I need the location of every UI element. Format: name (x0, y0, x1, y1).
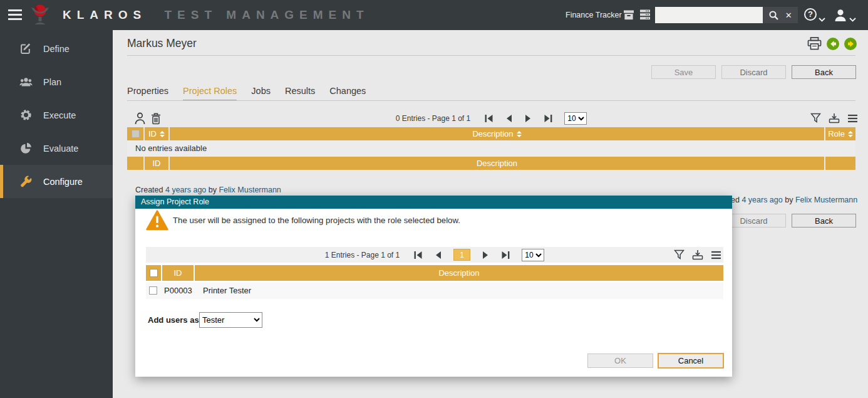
project-row-checkbox[interactable] (149, 286, 157, 295)
empty-table-message: No entries available (127, 140, 855, 156)
forward-icon[interactable] (844, 38, 857, 50)
sidebar-item-execute[interactable]: Execute (0, 98, 113, 132)
assign-project-role-dialog: Assign Project Role The user will be ass… (135, 196, 732, 377)
column-header-role[interactable]: Role (825, 127, 855, 140)
table-menu-icon[interactable] (847, 114, 858, 123)
tab-project-roles[interactable]: Project Roles (183, 86, 237, 101)
filter-icon[interactable] (810, 113, 821, 123)
dialog-message: The user will be assigned to the followi… (173, 216, 460, 225)
tab-properties[interactable]: Properties (127, 86, 168, 101)
dialog-select-all-cell (146, 265, 161, 281)
print-icon[interactable] (807, 37, 822, 50)
plan-icon (19, 77, 33, 87)
sidebar-item-define[interactable]: Define (0, 32, 113, 65)
discard-button[interactable]: Discard (721, 65, 786, 79)
save-button[interactable]: Save (651, 65, 716, 79)
ok-button[interactable]: OK (587, 353, 653, 368)
configure-icon (19, 175, 33, 188)
search-input[interactable] (655, 7, 763, 23)
sidebar-item-configure[interactable]: Configure (0, 165, 113, 198)
sidebar-item-label: Execute (43, 110, 76, 120)
sidebar-item-plan[interactable]: Plan (0, 65, 113, 98)
select-all-cell (127, 127, 143, 140)
footer-description: Description (170, 157, 824, 170)
sort-icon (848, 131, 853, 137)
hamburger-icon[interactable] (8, 9, 22, 20)
filter-icon[interactable] (674, 249, 685, 260)
sidebar-item-evaluate[interactable]: Evaluate (0, 132, 113, 165)
dialog-first-page-icon[interactable] (413, 251, 423, 259)
export-icon[interactable] (829, 113, 840, 123)
updated-meta-fragment: ed 4 years ago by Felix Mustermann (731, 196, 857, 204)
help-icon[interactable]: ? (804, 8, 817, 21)
column-header-id[interactable]: ID (145, 127, 168, 140)
project-row[interactable]: P00003 Printer Tester (146, 282, 723, 299)
dialog-column-header-id[interactable]: ID (162, 265, 194, 281)
search-icon[interactable] (768, 10, 779, 21)
user-icon[interactable] (834, 8, 847, 24)
brand-secondary: TEST MANAGEMENT (165, 8, 369, 21)
dialog-table-header: ID Description (146, 265, 723, 281)
roles-table-footer: ID Description (127, 157, 855, 170)
updated-author-link[interactable]: Felix Mustermann (795, 196, 857, 204)
server-icon[interactable] (639, 9, 651, 23)
dialog-title: Assign Project Role (135, 196, 732, 209)
updated-time-link[interactable]: 4 years ago (741, 196, 782, 204)
warning-icon (146, 210, 168, 233)
sidebar-item-label: Plan (43, 77, 61, 87)
sidebar-item-label: Configure (43, 177, 83, 187)
first-page-icon[interactable] (484, 114, 493, 123)
tab-jobs[interactable]: Jobs (251, 86, 271, 101)
back-icon[interactable] (827, 38, 839, 50)
select-all-checkbox[interactable] (132, 130, 140, 138)
archive-icon[interactable] (623, 10, 634, 23)
dialog-column-header-description[interactable]: Description (195, 265, 723, 281)
project-id: P00003 (164, 286, 197, 295)
klaros-logo (28, 3, 52, 30)
dialog-page-size-select[interactable]: 10 (522, 249, 544, 261)
execute-icon (19, 109, 33, 121)
back-button-bottom[interactable]: Back (792, 214, 856, 228)
last-page-icon[interactable] (544, 114, 553, 123)
sort-icon (160, 131, 165, 137)
current-page-button[interactable]: 1 (453, 249, 470, 261)
cancel-button[interactable]: Cancel (658, 353, 724, 369)
sidebar-item-label: Define (43, 44, 70, 54)
created-time-link[interactable]: 4 years ago (165, 186, 206, 194)
table-menu-icon[interactable] (711, 251, 721, 259)
back-button[interactable]: Back (792, 65, 856, 79)
dialog-table-toolbar: 1 Entries - Page 1 of 1 1 10 (146, 247, 723, 263)
roles-table-header: ID Description Role (127, 127, 855, 140)
tab-bar: Properties Project Roles Jobs Results Ch… (127, 86, 380, 101)
brand: KLAROS TEST MANAGEMENT (63, 8, 369, 22)
next-page-icon[interactable] (524, 114, 532, 123)
add-users-as-label: Add users as (148, 315, 199, 325)
define-icon (19, 43, 33, 55)
page-title: Markus Meyer (127, 37, 197, 50)
chevron-down-icon[interactable] (849, 13, 856, 24)
title-divider (127, 55, 855, 56)
tabs-divider (127, 100, 855, 101)
active-project-label: Finance Tracker (566, 11, 622, 19)
brand-primary: KLAROS (63, 8, 147, 21)
evaluate-icon (19, 142, 33, 154)
created-author-link[interactable]: Felix Mustermann (219, 186, 281, 194)
role-select[interactable]: Tester (199, 312, 262, 328)
chevron-down-icon[interactable] (819, 13, 825, 24)
dialog-last-page-icon[interactable] (501, 251, 510, 259)
dialog-next-page-icon[interactable] (482, 251, 490, 259)
column-header-description[interactable]: Description (170, 127, 824, 140)
dialog-select-all-checkbox[interactable] (150, 269, 158, 277)
tab-changes[interactable]: Changes (329, 86, 366, 101)
prev-page-icon[interactable] (505, 114, 513, 123)
tab-results[interactable]: Results (285, 86, 315, 101)
clear-search-icon[interactable]: ✕ (785, 11, 792, 19)
export-icon[interactable] (692, 249, 703, 260)
footer-id: ID (145, 157, 168, 170)
project-description: Printer Tester (203, 286, 251, 295)
topbar: KLAROS TEST MANAGEMENT Finance Tracker ✕… (0, 0, 868, 30)
dialog-prev-page-icon[interactable] (434, 251, 442, 259)
sort-icon (517, 131, 522, 137)
entries-count: 0 Entries - Page 1 of 1 (396, 114, 470, 123)
page-size-select[interactable]: 10 (564, 112, 587, 125)
